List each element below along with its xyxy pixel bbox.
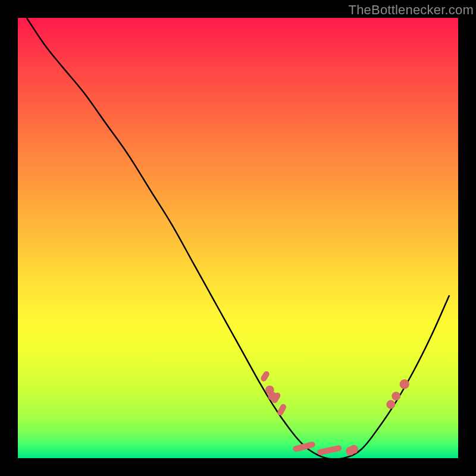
chart-overlay	[18, 18, 458, 458]
marker-pill	[292, 441, 316, 452]
marker-pill	[259, 370, 270, 383]
marker-dot	[400, 380, 409, 389]
marker-pill	[317, 444, 342, 456]
data-markers	[259, 370, 409, 456]
figure-root: TheBottlenecker.com	[0, 0, 476, 476]
marker-dot	[349, 445, 358, 454]
bottleneck-curve	[27, 18, 449, 459]
marker-pill	[276, 403, 287, 416]
watermark-text: TheBottlenecker.com	[349, 2, 474, 18]
marker-dot	[386, 400, 395, 409]
plot-area	[18, 18, 458, 458]
marker-dot	[392, 392, 400, 400]
